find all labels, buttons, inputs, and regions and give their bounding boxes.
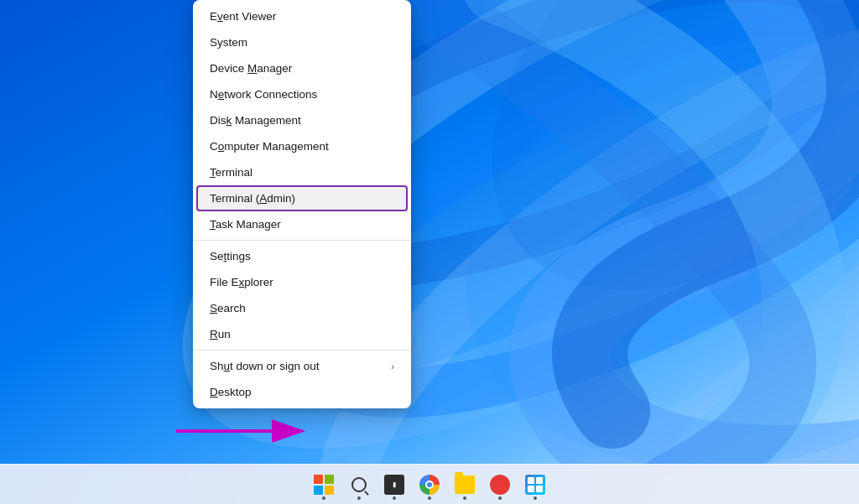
menu-item-task-manager[interactable]: Task Manager [193, 211, 411, 237]
menu-item-label: Event Viewer [210, 10, 276, 23]
search-icon [351, 477, 367, 492]
taskbar-active-dot [428, 496, 431, 500]
taskbar-active-dot [393, 496, 396, 500]
grid-cell [536, 486, 543, 492]
menu-item-label: File Explorer [210, 276, 273, 288]
taskbar-active-dot [498, 496, 502, 500]
taskbar: ▮ 💋 [0, 464, 859, 504]
grid-cell [528, 486, 534, 492]
menu-item-label: System [210, 36, 247, 49]
menu-item-label: Settings [210, 250, 251, 262]
menu-item-label: Task Manager [210, 218, 281, 231]
menu-item-shutdown[interactable]: Shut down or sign out › [193, 353, 411, 379]
grid-cell [528, 477, 534, 484]
menu-item-label: Network Connections [210, 88, 317, 101]
taskbar-active-dot [357, 496, 361, 500]
taskbar-app-button-2[interactable] [518, 468, 552, 501]
menu-item-label: Run [210, 328, 231, 340]
menu-item-computer-management[interactable]: Computer Management [193, 133, 411, 159]
terminal-icon: ▮ [384, 475, 404, 495]
windows-logo-icon [314, 475, 334, 495]
chrome-icon [419, 475, 440, 495]
menu-item-label: Terminal (Admin) [210, 192, 295, 205]
menu-item-disk-management[interactable]: Disk Management [193, 107, 411, 133]
grid-cell [536, 477, 543, 484]
menu-item-system[interactable]: System [193, 29, 411, 55]
red-circle-icon: 💋 [490, 475, 510, 495]
arrow-annotation [168, 410, 319, 455]
menu-item-event-viewer[interactable]: Event Viewer [193, 3, 411, 29]
menu-item-label: Terminal [210, 166, 252, 179]
menu-item-terminal-admin[interactable]: Terminal (Admin) [196, 185, 408, 211]
taskbar-search-button[interactable] [342, 468, 376, 501]
menu-item-label: Disk Management [210, 114, 301, 127]
chrome-inner [425, 481, 434, 489]
desktop: Event Viewer System Device Manager Netwo… [0, 0, 859, 504]
menu-separator-2 [193, 350, 411, 351]
folder-icon [455, 475, 475, 494]
menu-item-label: Desktop [210, 386, 252, 398]
submenu-arrow-icon: › [391, 361, 394, 372]
menu-item-device-manager[interactable]: Device Manager [193, 55, 411, 81]
taskbar-icon-group: ▮ 💋 [307, 468, 552, 501]
taskbar-chrome-button[interactable] [413, 468, 446, 501]
menu-separator-1 [193, 240, 411, 241]
taskbar-app-button-1[interactable]: 💋 [483, 468, 517, 501]
menu-item-network-connections[interactable]: Network Connections [193, 81, 411, 107]
menu-item-label: Shut down or sign out [210, 360, 320, 372]
menu-item-label: Search [210, 302, 246, 314]
taskbar-file-explorer-button[interactable] [448, 468, 482, 501]
menu-item-search[interactable]: Search [193, 295, 411, 321]
taskbar-active-dot [534, 496, 537, 500]
context-menu: Event Viewer System Device Manager Netwo… [193, 0, 411, 408]
menu-item-terminal[interactable]: Terminal [193, 159, 411, 185]
start-button[interactable] [307, 468, 341, 501]
grid-icon [525, 475, 545, 495]
menu-item-desktop[interactable]: Desktop [193, 379, 411, 405]
menu-item-settings[interactable]: Settings [193, 243, 411, 269]
menu-item-label: Computer Management [210, 140, 329, 153]
taskbar-active-dot [322, 496, 325, 500]
taskbar-terminal-button[interactable]: ▮ [377, 468, 411, 501]
menu-item-label: Device Manager [210, 62, 292, 75]
menu-item-run[interactable]: Run [193, 321, 411, 347]
taskbar-active-dot [463, 496, 466, 500]
menu-item-file-explorer[interactable]: File Explorer [193, 269, 411, 295]
